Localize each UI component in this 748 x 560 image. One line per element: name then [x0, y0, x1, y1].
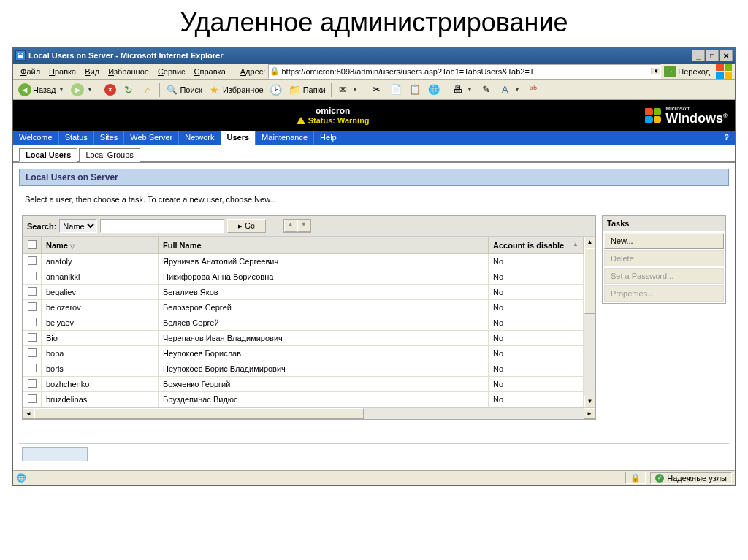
table-row[interactable]: annanikkiНикифорова Анна БорисовнаNo	[23, 269, 584, 285]
address-dropdown-icon[interactable]: ▼	[651, 68, 660, 74]
row-checkbox[interactable]	[28, 333, 37, 342]
row-checkbox[interactable]	[28, 287, 37, 296]
textsize-button[interactable]: A▼	[496, 82, 523, 98]
browser-window: Local Users on Server - Microsoft Intern…	[12, 47, 736, 486]
chevron-down-icon[interactable]: ▼	[351, 87, 359, 92]
warning-icon	[297, 117, 305, 124]
history-button[interactable]: 🕑	[267, 82, 285, 98]
search-button[interactable]: 🔍Поиск	[163, 82, 204, 98]
chevron-down-icon[interactable]: ▼	[513, 87, 521, 92]
row-checkbox[interactable]	[28, 364, 37, 372]
tab-sites[interactable]: Sites	[94, 131, 124, 145]
scroll-thumb[interactable]	[584, 248, 595, 314]
forward-button[interactable]: ► ▼	[69, 82, 96, 98]
search-go-button[interactable]: ▶Go	[227, 219, 265, 233]
table-row[interactable]: bruzdelinasБруздепинас ВидюсNo	[23, 392, 584, 407]
stop-button[interactable]: ✕	[102, 83, 118, 97]
tab-network[interactable]: Network	[179, 131, 221, 145]
tab-maintenance[interactable]: Maintenance	[256, 131, 314, 145]
subtab-local-groups[interactable]: Local Groups	[79, 148, 140, 162]
cell-disabled: No	[489, 392, 584, 407]
row-checkbox[interactable]	[28, 302, 37, 311]
column-disabled[interactable]: Account is disable▲	[489, 237, 584, 254]
brand-big: Windows®	[665, 112, 728, 125]
divider	[99, 83, 99, 97]
security-zone[interactable]: ✓ Надежные узлы	[650, 472, 732, 484]
table-row[interactable]: begalievБегалиев ЯковNo	[23, 285, 584, 300]
help-icon[interactable]: ?	[718, 131, 735, 145]
hint-box	[22, 447, 88, 461]
tab-help[interactable]: Help	[314, 131, 343, 145]
row-checkbox[interactable]	[28, 256, 37, 265]
table-row[interactable]: belozerovБелозеров СергейNo	[23, 300, 584, 315]
edit-button[interactable]: ✎	[477, 82, 495, 98]
back-button[interactable]: ◄ Назад ▼	[16, 82, 67, 98]
go-button[interactable]: → Переход	[661, 66, 713, 77]
menu-favorites[interactable]: Избранное	[104, 66, 153, 77]
cell-name: boris	[42, 361, 159, 377]
tab-users[interactable]: Users	[221, 131, 256, 145]
menu-view[interactable]: Вид	[80, 66, 104, 77]
column-checkbox[interactable]	[23, 237, 42, 254]
vertical-scrollbar[interactable]: ▲ ▼	[584, 237, 595, 407]
hscroll-thumb[interactable]	[34, 408, 364, 419]
table-row[interactable]: belyaevБеляев СергейNo	[23, 315, 584, 331]
scroll-right-button[interactable]: ►	[584, 408, 595, 419]
scroll-down-button[interactable]: ▼	[584, 396, 595, 407]
task-item[interactable]: New...	[604, 233, 724, 249]
row-checkbox[interactable]	[28, 379, 37, 388]
page-up-button[interactable]: ▲	[284, 220, 297, 232]
maximize-button[interactable]: □	[706, 50, 719, 61]
chevron-down-icon[interactable]: ▼	[466, 87, 474, 92]
table-row[interactable]: bobaНеупокоев БориславNo	[23, 346, 584, 361]
mail-button[interactable]: ✉▼	[335, 82, 362, 98]
research-button[interactable]: ᵃᵇ	[524, 82, 542, 98]
menu-edit[interactable]: Правка	[45, 66, 80, 77]
row-checkbox[interactable]	[28, 272, 37, 280]
close-button[interactable]: ✕	[720, 50, 733, 61]
home-button[interactable]: ⌂	[139, 82, 156, 98]
row-checkbox[interactable]	[28, 348, 37, 357]
folders-button[interactable]: 📁Папки	[286, 82, 328, 98]
print-button[interactable]: 🖶▼	[449, 82, 476, 98]
content-area: Local Users on Server Select a user, the…	[13, 163, 735, 470]
menu-file[interactable]: Файл	[16, 66, 45, 77]
select-all-checkbox[interactable]	[28, 240, 37, 249]
address-bar[interactable]: 🔒 ▼	[268, 64, 661, 79]
scroll-up-button[interactable]: ▲	[584, 237, 595, 248]
table-row[interactable]: bozhchenkoБожченко ГеоргийNo	[23, 377, 584, 392]
subtab-local-users[interactable]: Local Users	[19, 148, 77, 162]
cut-button[interactable]: ✂	[368, 82, 386, 98]
table-row[interactable]: BioЧерепанов Иван ВладимировичNo	[23, 331, 584, 346]
tab-status[interactable]: Status	[59, 131, 94, 145]
table-row[interactable]: borisНеупокоев Борис ВладимировичNo	[23, 361, 584, 377]
page-down-button[interactable]: ▼	[297, 220, 310, 232]
menu-help[interactable]: Справка	[190, 66, 230, 77]
encoding-button[interactable]: 🌐	[425, 82, 443, 98]
cell-name: bruzdelinas	[42, 392, 159, 407]
chevron-down-icon[interactable]: ▼	[85, 87, 94, 92]
history-icon: 🕑	[270, 83, 283, 96]
address-input[interactable]	[280, 67, 651, 76]
scroll-left-button[interactable]: ◄	[23, 408, 34, 419]
search-field-select[interactable]: Name	[59, 219, 97, 233]
paste-button[interactable]: 📋	[406, 82, 424, 98]
column-fullname[interactable]: Full Name	[159, 237, 489, 254]
horizontal-scrollbar[interactable]: ◄ ►	[23, 407, 595, 419]
tab-webserver[interactable]: Web Server	[124, 131, 179, 145]
row-checkbox[interactable]	[28, 318, 37, 326]
cell-name: begaliev	[42, 285, 159, 300]
divider	[331, 83, 332, 97]
tab-welcome[interactable]: Welcome	[13, 131, 59, 145]
row-checkbox[interactable]	[28, 394, 37, 403]
refresh-button[interactable]: ↻	[120, 82, 137, 98]
chevron-down-icon[interactable]: ▼	[58, 87, 66, 92]
minimize-button[interactable]: _	[692, 50, 705, 61]
table-row[interactable]: anatolyЯруничев Анатолий СергеевичNo	[23, 254, 584, 269]
copy-button[interactable]: 📄	[387, 82, 405, 98]
menu-tools[interactable]: Сервис	[153, 66, 190, 77]
column-name[interactable]: Name	[42, 237, 159, 254]
favorites-button[interactable]: ★Избранное	[206, 82, 266, 98]
cell-fullname: Никифорова Анна Борисовна	[159, 269, 489, 285]
search-input[interactable]	[100, 219, 224, 233]
